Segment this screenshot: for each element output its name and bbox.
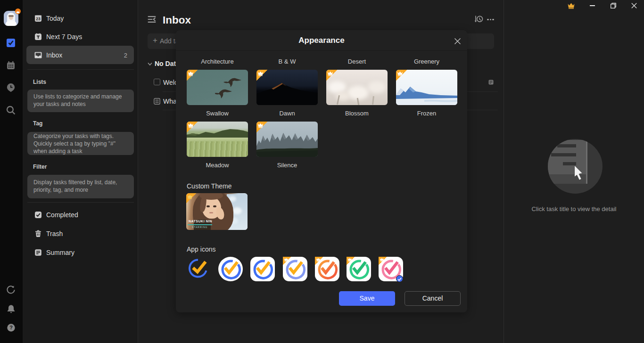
svg-text:?: ? [9,325,13,330]
svg-text:23: 23 [36,16,41,21]
